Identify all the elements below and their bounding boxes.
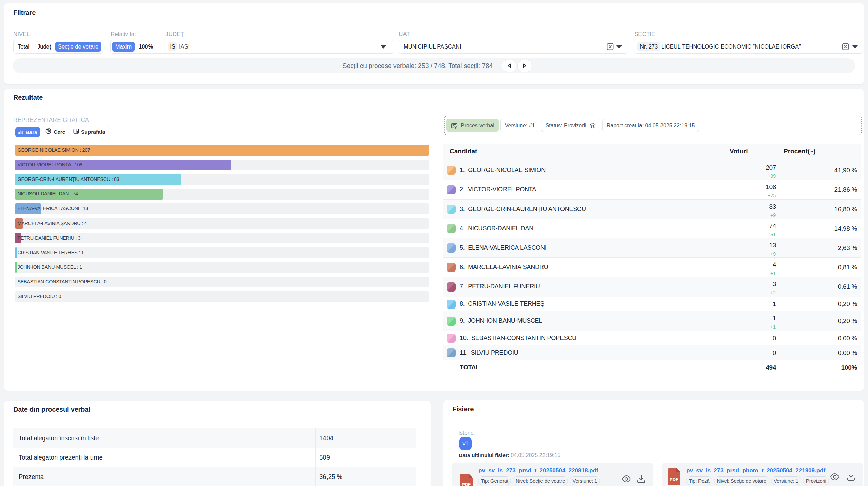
svg-text:PDF: PDF (670, 477, 678, 482)
svg-text:PDF: PDF (462, 482, 471, 486)
